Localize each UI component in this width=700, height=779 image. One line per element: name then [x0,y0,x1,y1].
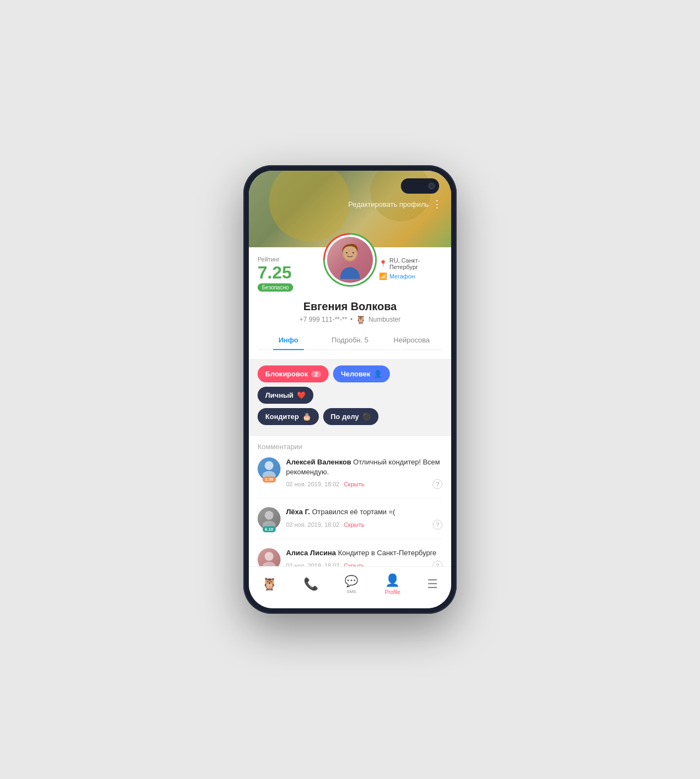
phone-screen: Редактировать профиль ⋮ Рейтинг 7.25 Без… [249,171,451,608]
wifi-icon: 📶 [379,272,387,280]
tab-info[interactable]: Инфо [258,330,319,350]
tag-personal-label: Личный [265,391,294,399]
phone-icon: 📞 [304,577,318,591]
comments-section: Комментарии 3.09 Алексей Валенков [249,436,451,566]
menu-icon: ☰ [427,577,438,591]
comment-author-2: Лёха Г. [286,508,310,516]
tab-neurosova[interactable]: Нейросова [381,330,442,350]
owl-icon: 🦉 [262,577,277,591]
edit-profile-text[interactable]: Редактировать профиль [345,200,433,208]
comment-question-1[interactable]: ? [433,479,442,489]
profile-phone-row: +7 999 111-**-** • 🦉 Numbuster [258,315,442,324]
svg-point-9 [262,562,276,566]
sms-icon: 💬 [345,574,358,588]
comment-score-1: 3.09 [262,476,276,482]
comment-body-2: Лёха Г. Отравился её тортами =( 02 ноя. … [286,507,442,529]
sms-label: SMS [347,589,356,594]
profile-avatar[interactable] [327,237,373,283]
tag-business-label: По делу [331,412,359,421]
tag-blockings-label: Блокировок [265,370,308,378]
camera-dot [428,183,435,189]
comment-item: 3.09 Алексей Валенков Отличный кондитер!… [258,457,442,498]
avatar-ring [323,233,377,287]
svg-point-4 [265,461,273,470]
tab-details[interactable]: Подробн. 5 [319,330,381,350]
location-item: 📍 RU, Санкт-Петербург [379,257,442,270]
comment-text-2: Лёха Г. Отравился её тортами =( [286,507,442,517]
comment-text-1: Алексей Валенков Отличный кондитер! Всем… [286,457,442,477]
comments-title: Комментарии [258,443,442,451]
profile-section: Рейтинг 7.25 Безопасно [249,247,451,359]
comment-meta-3: 02 ноя. 2019, 18:02 Скрыть ? [286,561,442,566]
comment-body-1: Алексей Валенков Отличный кондитер! Всем… [286,457,442,489]
location-pin-icon: 📍 [379,260,387,268]
comment-text-3: Алиса Лисина Кондитер в Санкт-Петербурге [286,548,442,558]
numbuster-icon: 🦉 [356,315,365,324]
phone-frame: Редактировать профиль ⋮ Рейтинг 7.25 Без… [243,165,457,614]
comment-avatar-2[interactable]: 6.10 [258,507,281,530]
comment-score-2: 6.10 [262,526,276,532]
tag-person[interactable]: Человек 👤 [333,365,390,382]
comment-question-2[interactable]: ? [433,520,442,530]
tag-konditer[interactable]: Кондитер 🎂 [258,408,319,425]
svg-point-8 [265,552,273,561]
tag-konditer-icon: 🎂 [302,412,311,421]
comment-hide-3[interactable]: Скрыть [344,562,365,566]
rating-badge: Безопасно [258,283,293,292]
nav-owl[interactable]: 🦉 [255,575,283,594]
svg-point-3 [353,252,354,254]
tag-person-label: Человек [341,370,370,378]
comment-author-1: Алексей Валенков [286,458,351,466]
svg-point-1 [343,245,357,260]
tag-personal[interactable]: Личный ❤️ [258,387,313,404]
rating-value: 7.25 [258,264,321,281]
numbuster-label: Numbuster [369,316,401,323]
location-block: 📍 RU, Санкт-Петербург 📶 Мегафон [379,252,442,282]
comment-date-1: 02 ноя. 2019, 18:02 [286,481,340,487]
carrier-text: Мегафон [389,273,415,280]
avatar-ring-inner [325,235,375,285]
nav-sms[interactable]: 💬 SMS [338,572,365,596]
comment-date-2: 02 ноя. 2019, 18:02 [286,521,340,528]
more-menu-button[interactable]: ⋮ [432,198,442,210]
nav-profile-label: Profile [385,589,400,595]
comment-hide-2[interactable]: Скрыть [344,521,365,528]
nav-profile[interactable]: 👤 Profile [378,571,407,597]
comment-meta-1: 02 ноя. 2019, 18:02 Скрыть ? [286,479,442,489]
comment-author-3: Алиса Лисина [286,549,336,557]
comment-item-2: 6.10 Лёха Г. Отравился её тортами =( 02 … [258,507,442,539]
nav-calls[interactable]: 📞 [297,575,325,594]
svg-point-2 [346,252,348,254]
comment-avatar-1[interactable]: 3.09 [258,457,281,480]
profile-name: Евгения Волкова [258,300,442,313]
profile-top: Рейтинг 7.25 Безопасно [258,247,442,296]
tag-personal-icon: ❤️ [297,391,306,399]
tags-section: Блокировок 2 Человек 👤 Личный ❤️ Кондите… [249,359,451,436]
tag-blockings[interactable]: Блокировок 2 [258,365,329,382]
separator: • [351,316,353,323]
nav-menu[interactable]: ☰ [421,575,445,594]
comment-avatar-3[interactable]: 9.29 [258,548,281,566]
profile-avatar-container [325,235,375,284]
comment-meta-2: 02 ноя. 2019, 18:02 Скрыть ? [286,520,442,530]
tag-business-icon: ⚫ [362,412,371,421]
comment-body-3: Алиса Лисина Кондитер в Санкт-Петербурге… [286,548,442,566]
tag-business[interactable]: По делу ⚫ [323,408,379,425]
phone-number: +7 999 111-**-** [300,316,347,323]
svg-point-6 [265,511,273,520]
comment-hide-1[interactable]: Скрыть [344,481,365,487]
carrier-item: 📶 Мегафон [379,272,442,280]
comment-date-3: 02 ноя. 2019, 18:02 [286,562,340,566]
comment-question-3[interactable]: ? [433,561,442,566]
tag-konditer-label: Кондитер [265,412,299,421]
tag-person-icon: 👤 [374,370,382,378]
tags-row-1: Блокировок 2 Человек 👤 Личный ❤️ [258,365,442,404]
profile-icon: 👤 [385,573,400,588]
tags-row-2: Кондитер 🎂 По делу ⚫ [258,408,442,425]
comment-avatar-img-3 [258,548,281,566]
rating-label: Рейтинг [258,256,321,263]
rating-block: Рейтинг 7.25 Безопасно [258,252,321,292]
comment-item-3: 9.29 Алиса Лисина Кондитер в Санкт-Петер… [258,548,442,566]
camera-pill [401,178,439,194]
profile-tabs: Инфо Подробн. 5 Нейросова [258,330,442,350]
